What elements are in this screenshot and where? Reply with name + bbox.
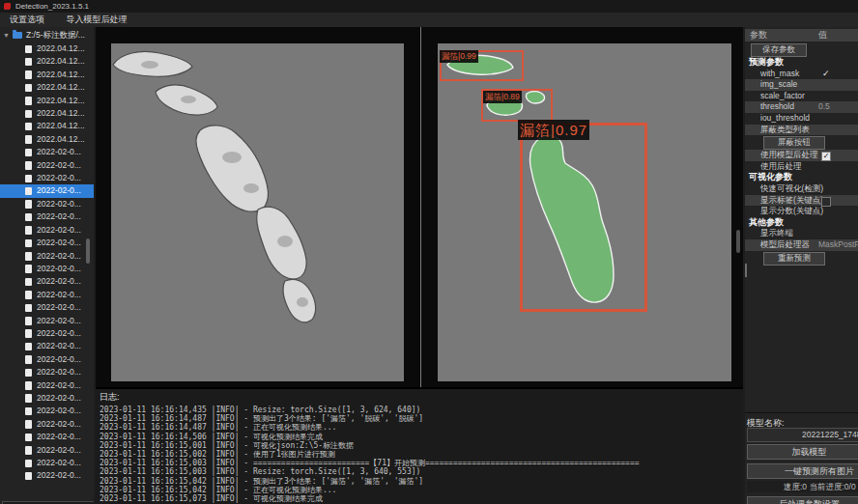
file-icon: [25, 472, 32, 481]
param-label: 屏蔽类型列表: [760, 125, 810, 136]
tree-item[interactable]: 2022-02-0...: [0, 275, 94, 288]
load-model-button[interactable]: 加载模型: [747, 444, 858, 460]
tree-item-label: 2022-02-0...: [37, 315, 81, 327]
param-row[interactable]: 使用后处理: [745, 161, 858, 173]
param-checkbox[interactable]: [821, 197, 831, 207]
param-row[interactable]: with_mask✓: [745, 69, 858, 80]
tree-item[interactable]: 2022.04.12...: [0, 120, 94, 132]
tree-item[interactable]: 2022-02-0...: [0, 366, 94, 378]
tree-item[interactable]: 2022-02-0...: [0, 237, 94, 249]
tree-item[interactable]: 2022-02-0...: [0, 379, 94, 392]
param-row[interactable]: 显示终端: [745, 228, 858, 239]
tree-item[interactable]: 2022.04.12...: [0, 133, 94, 146]
menu-import-postprocess[interactable]: 导入模型后处理: [57, 13, 137, 27]
tree-item[interactable]: 2022-02-0...: [0, 457, 94, 469]
source-image-view[interactable]: [111, 43, 404, 381]
tree-item[interactable]: 2022-02-0...: [0, 250, 94, 263]
tree-item[interactable]: 2022-02-0...: [0, 353, 94, 366]
save-params-button[interactable]: 保存参数: [751, 43, 807, 57]
tree-item-label: 2022.04.12...: [37, 55, 85, 68]
tree-item[interactable]: 2022-02-0...: [0, 159, 94, 172]
prediction-image-view[interactable]: 漏箔|0.99漏箔|0.89漏箔|0.97: [438, 43, 731, 381]
tree-item[interactable]: 2022-02-0...: [0, 327, 94, 340]
param-table-header: 参数 值: [745, 29, 858, 42]
tree-item[interactable]: 2022.04.12...: [0, 95, 94, 107]
tree-item-label: 2022-02-0...: [37, 263, 81, 275]
tree-item[interactable]: 2022-02-0...: [0, 224, 94, 237]
tree-item[interactable]: 2022-02-0...: [0, 172, 94, 184]
tree-item[interactable]: 2022-02-0...: [0, 315, 94, 327]
tree-item[interactable]: 2022.04.12...: [0, 42, 94, 55]
param-value: 0.5: [818, 101, 830, 113]
param-section-header: 可视化参数: [745, 172, 858, 183]
param-row[interactable]: 显示分数(关键点): [745, 206, 858, 217]
menu-settings[interactable]: 设置选项: [0, 13, 54, 27]
file-icon: [25, 226, 32, 235]
tree-item[interactable]: 2022-02-0...: [0, 210, 94, 223]
log-line: 2023-01-11 16:16:14,487 |INFO| - 预测出了3个结…: [100, 414, 743, 423]
tree-item[interactable]: 2022-02-0...: [0, 289, 94, 301]
tree-item[interactable]: 2022.04.12...: [0, 69, 94, 81]
tree-item-label: 2022-02-0...: [37, 444, 81, 457]
log-line: 2023-01-11 16:16:15,003 |INFO| - =======…: [100, 459, 743, 467]
file-icon: [25, 407, 32, 416]
postprocess-settings-button[interactable]: 后处理参数设置: [747, 496, 858, 504]
file-icon: [25, 70, 32, 79]
param-label: 显示终端: [760, 228, 793, 239]
predict-all-button[interactable]: 一键预测所有图片: [747, 463, 858, 479]
tree-item[interactable]: 2022.04.12...: [0, 107, 94, 120]
detection-box: [520, 123, 647, 312]
tree-item[interactable]: 2022-02-0...: [0, 418, 94, 431]
param-label: iou_threshold: [760, 113, 810, 125]
param-row[interactable]: img_scale: [745, 79, 858, 91]
canvas-scrollbar[interactable]: [736, 230, 740, 253]
tree-item-label: 2022.04.12...: [37, 120, 85, 132]
tree-item-label: 2022-02-0...: [37, 340, 81, 352]
param-row[interactable]: iou_threshold: [745, 113, 858, 125]
param-label: 使用后处理: [760, 161, 802, 173]
tree-item[interactable]: 2022-02-0...: [0, 301, 94, 314]
tree-item-label: 2022.04.12...: [37, 107, 85, 120]
file-icon: [25, 123, 32, 131]
param-checkbox[interactable]: ✓: [821, 152, 831, 161]
file-icon: [25, 161, 32, 170]
param-label: 使用模型后处理: [760, 150, 818, 161]
tree-item[interactable]: 2022-02-0...: [0, 405, 94, 417]
tree-item[interactable]: 2022-02-0...: [0, 444, 94, 457]
tree-item[interactable]: 2022-02-0...: [0, 146, 94, 158]
tree-item[interactable]: 2022.04.12...: [0, 55, 94, 68]
tree-item[interactable]: 2022-02-0...: [0, 392, 94, 405]
param-row[interactable]: scale_factor: [745, 91, 858, 102]
log-panel[interactable]: 日志: 2023-01-11 16:16:14,435 |INFO| - Res…: [96, 389, 743, 504]
tree-item[interactable]: 2022-02-0...: [0, 198, 94, 210]
panel-scrollbar[interactable]: [745, 264, 747, 277]
file-icon: [25, 84, 32, 93]
tree-scrollbar[interactable]: [86, 238, 90, 264]
model-name-field[interactable]: 20221225_174813: [747, 428, 858, 442]
param-row[interactable]: 使用模型后处理✓: [745, 150, 858, 161]
param-row[interactable]: 快速可视化(检测): [745, 183, 858, 195]
check-icon: ✓: [822, 69, 830, 80]
tree-item[interactable]: 2022-02-0...: [0, 184, 94, 197]
image-splitter[interactable]: [420, 27, 422, 387]
file-icon: [25, 45, 32, 54]
param-label: scale_factor: [760, 91, 805, 102]
mask-types-button[interactable]: 屏蔽按钮: [763, 136, 825, 150]
tree-item-label: 2022.04.12...: [37, 42, 85, 55]
tree-item[interactable]: 2022.04.12...: [0, 81, 94, 94]
tree-item-label: 2022-02-0...: [37, 224, 81, 237]
chevron-down-icon[interactable]: ▼: [3, 29, 10, 42]
tree-root[interactable]: ▼ Z:/5-标注数据/...: [0, 29, 94, 42]
repredict-button[interactable]: 重新预测: [763, 252, 825, 266]
param-row[interactable]: 显示标签(关键点): [745, 195, 858, 207]
tree-root-label: Z:/5-标注数据/...: [26, 29, 85, 42]
log-line: 2023-01-11 16:16:15,001 |INFO| - 可视化json…: [100, 441, 743, 450]
file-icon: [25, 394, 32, 403]
tree-item[interactable]: 2022-02-0...: [0, 263, 94, 275]
tree-item[interactable]: 2022-02-0...: [0, 431, 94, 443]
param-row[interactable]: threshold0.5: [745, 101, 858, 113]
param-row[interactable]: 屏蔽类型列表: [745, 125, 858, 136]
tree-item[interactable]: 2022-02-0...: [0, 469, 94, 482]
tree-item[interactable]: 2022-02-0...: [0, 340, 94, 352]
param-row[interactable]: 模型后处理器MaskPostPro: [745, 239, 858, 251]
